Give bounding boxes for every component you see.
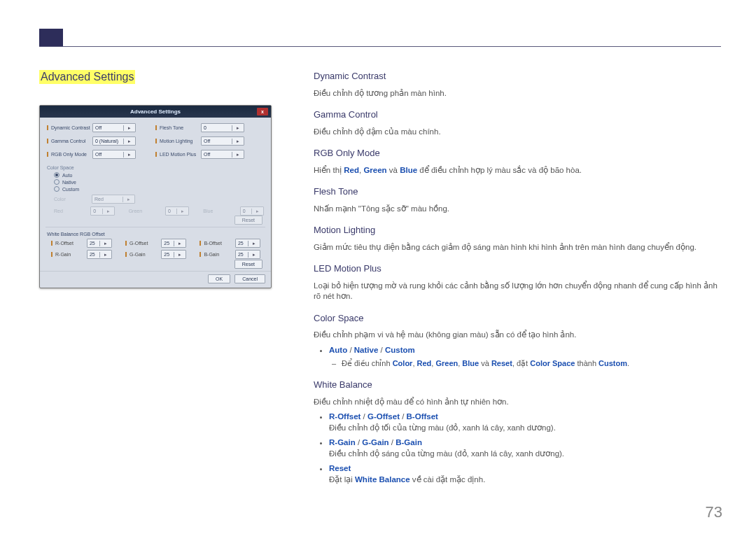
color-select[interactable]: Red▸ xyxy=(92,195,135,204)
heading-led-motion-plus: LED Motion Plus xyxy=(314,262,721,275)
b-gain-label: B-Gain xyxy=(200,252,225,258)
g-offset-label: G-Offset xyxy=(125,241,151,246)
gamma-control-select[interactable]: 0 (Natural)▸ xyxy=(92,136,136,146)
desc-motion-lighting: Giảm mức tiêu thụ điện bằng cách giảm độ… xyxy=(314,242,721,253)
rgb-blue-value[interactable]: 0▸ xyxy=(240,206,264,216)
desc-flesh-tone: Nhấn mạnh "Tông sặc sỡ" màu hồng. xyxy=(314,204,721,215)
color-space-group-label: Color Space xyxy=(47,165,264,170)
bullet-wb-reset: Reset Đặt lại White Balance về cài đặt m… xyxy=(329,463,721,485)
color-reset-button[interactable]: Reset xyxy=(234,216,262,225)
motion-lighting-select[interactable]: Off▸ xyxy=(201,136,244,146)
osd-panel: Advanced Settings x Dynamic Contrast Off… xyxy=(39,105,272,288)
ok-button[interactable]: OK xyxy=(208,274,230,283)
heading-gamma-control: Gamma Control xyxy=(314,108,721,121)
b-offset-value[interactable]: 25▸ xyxy=(235,239,260,248)
osd-label: Flesh Tone xyxy=(155,125,201,131)
r-offset-value[interactable]: 25▸ xyxy=(87,239,112,248)
b-offset-label: B-Offset xyxy=(200,241,225,246)
desc-dynamic-contrast: Điều chỉnh độ tương phản màn hình. xyxy=(314,88,721,99)
subbullet-color-space: Để điều chỉnh Color, Red, Green, Blue và… xyxy=(342,358,721,369)
osd-label: RGB Only Mode xyxy=(47,152,92,157)
osd-title: Advanced Settings xyxy=(130,108,181,115)
r-gain-label: R-Gain xyxy=(51,252,77,258)
led-motion-plus-select[interactable]: Off▸ xyxy=(201,150,244,159)
color-label: Color xyxy=(54,197,78,202)
header-rule xyxy=(39,46,721,47)
r-gain-value[interactable]: 25▸ xyxy=(87,250,112,259)
section-title-highlight: Advanced Settings xyxy=(39,70,135,84)
desc-white-balance: Điều chỉnh nhiệt độ màu để có hình ảnh t… xyxy=(314,397,721,408)
heading-dynamic-contrast: Dynamic Contrast xyxy=(314,70,721,83)
bullet-wb-gain: R-Gain / G-Gain / B-Gain Điều chỉnh độ s… xyxy=(329,437,721,459)
radio-native[interactable]: Native xyxy=(54,179,264,185)
rgb-green-label: Green xyxy=(129,209,151,213)
heading-white-balance: White Balance xyxy=(314,379,721,391)
heading-rgb-only-mode: RGB Only Mode xyxy=(314,147,721,160)
bullet-color-space-modes: Auto / Native / Custom Để điều chỉnh Col… xyxy=(329,345,721,369)
header-accent-block xyxy=(39,29,63,47)
radio-custom[interactable]: Custom xyxy=(54,186,264,192)
osd-label: Gamma Control xyxy=(47,139,92,144)
desc-color-space: Điều chỉnh phạm vi và hệ màu (không gian… xyxy=(314,330,721,341)
osd-label: Dynamic Contrast xyxy=(47,125,92,131)
radio-auto[interactable]: Auto xyxy=(54,172,264,178)
bullet-wb-offset: R-Offset / G-Offset / B-Offset Điều chỉn… xyxy=(329,412,721,433)
dynamic-contrast-select[interactable]: Off▸ xyxy=(92,123,136,132)
osd-label: LED Motion Plus xyxy=(155,152,201,157)
heading-color-space: Color Space xyxy=(314,312,721,325)
osd-title-bar: Advanced Settings x xyxy=(40,106,271,118)
wb-reset-button[interactable]: Reset xyxy=(234,260,262,269)
g-gain-value[interactable]: 25▸ xyxy=(161,250,186,259)
rgb-red-label: Red xyxy=(54,209,76,213)
g-offset-value[interactable]: 25▸ xyxy=(161,239,186,248)
rgb-only-mode-select[interactable]: Off▸ xyxy=(92,150,136,159)
b-gain-value[interactable]: 25▸ xyxy=(235,250,260,259)
g-gain-label: G-Gain xyxy=(125,252,151,258)
page-number: 73 xyxy=(706,503,722,521)
osd-label: Motion Lighting xyxy=(155,139,201,144)
desc-gamma-control: Điều chỉnh độ đậm của màu chính. xyxy=(314,127,721,138)
close-icon[interactable]: x xyxy=(257,108,268,115)
cancel-button[interactable]: Cancel xyxy=(234,274,265,283)
flesh-tone-select[interactable]: 0▸ xyxy=(201,123,244,132)
rgb-blue-label: Blue xyxy=(203,209,225,213)
desc-led-motion-plus: Loại bỏ hiện tượng mờ và rung khỏi các c… xyxy=(314,281,721,302)
white-balance-group-label: White Balance RGB Offset xyxy=(47,232,264,237)
r-offset-label: R-Offset xyxy=(51,241,77,246)
rgb-red-value[interactable]: 0▸ xyxy=(90,206,114,216)
desc-rgb-only-mode: Hiển thị Red, Green và Blue để điều chỉn… xyxy=(314,165,721,176)
heading-flesh-tone: Flesh Tone xyxy=(314,185,721,198)
rgb-green-value[interactable]: 0▸ xyxy=(165,206,189,216)
heading-motion-lighting: Motion Lighting xyxy=(314,224,721,237)
